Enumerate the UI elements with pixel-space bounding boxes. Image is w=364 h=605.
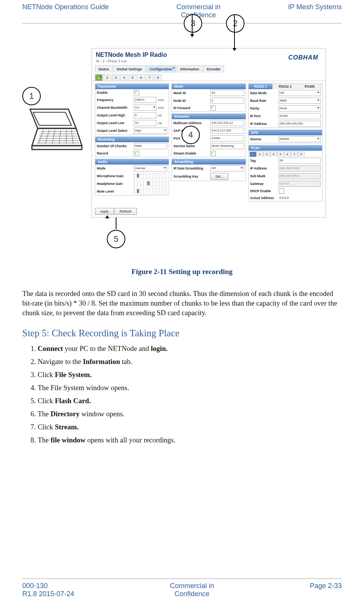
preset-2[interactable]: 2 (103, 74, 111, 81)
vlan-mask-input[interactable]: 255.255.255.0 (279, 173, 321, 179)
tab-global-settings[interactable]: Global Settings (113, 65, 146, 73)
figure-2-11: 1 (22, 31, 342, 218)
arrow-5 (116, 218, 116, 229)
transmitter-panel: Transmitter Enable Frequency2363.5MHz Ch… (95, 83, 169, 135)
sap-input[interactable]: 224.2.127.254 (210, 128, 244, 134)
preset-5[interactable]: 5 (129, 74, 136, 81)
callout-4-wrap: 4 (181, 126, 200, 144)
laptop-callout-block: 1 (22, 31, 87, 157)
transmitter-header: Transmitter (95, 84, 169, 89)
svg-line-11 (71, 130, 73, 144)
svg-line-7 (45, 130, 49, 144)
svg-line-9 (59, 130, 61, 144)
svg-line-6 (38, 130, 43, 144)
step-3: Click File System. (38, 370, 342, 379)
port-input[interactable]: 22284 (210, 135, 244, 141)
vlan-7[interactable]: 7 (291, 151, 298, 157)
callout-5: 5 (107, 230, 125, 248)
apply-button[interactable]: Apply (95, 208, 114, 215)
mute-slider[interactable] (134, 188, 167, 194)
bandwidth-select[interactable]: 3.0 (134, 105, 156, 111)
refresh-button[interactable]: Refresh (115, 208, 137, 215)
tab-configuration[interactable]: Configuration (146, 65, 176, 73)
rs485-tab[interactable]: RS485 (298, 84, 322, 89)
chunks-input[interactable]: 5000 (134, 143, 167, 149)
vlan-5[interactable]: 5 (277, 151, 284, 157)
node-id-input[interactable]: 2 (210, 98, 244, 104)
scrambling-select[interactable]: Off (210, 165, 244, 171)
header-left: NETNode Operations Guide (22, 3, 109, 11)
vlan-2[interactable]: 2 (256, 151, 263, 157)
preset-7[interactable]: 7 (146, 74, 153, 81)
parity-select[interactable]: None (279, 105, 321, 111)
gps-source-select[interactable]: RS485 (279, 136, 321, 142)
preset-3[interactable]: 3 (112, 74, 120, 81)
tab-information[interactable]: Information (177, 65, 203, 73)
scrambling-panel: Scrambling IP Data ScramblingOff Scrambl… (171, 159, 246, 181)
output-low-input[interactable]: 10 (134, 120, 156, 126)
audio-panel: Audio ModeInternal Microphone Gain Headp… (95, 159, 169, 196)
rs232-panel: RS232 1 RS232 2 RS485 Data ModeOff Baud … (248, 83, 322, 128)
vlan-4[interactable]: 4 (270, 151, 277, 157)
preset-1[interactable]: 1 (95, 74, 103, 81)
footer-right: Page 2-33 (310, 582, 342, 590)
baud-rate-select[interactable]: 4800 (279, 98, 321, 104)
vlan-8[interactable]: 8 (298, 151, 305, 157)
hp-gain-slider[interactable] (134, 181, 167, 187)
mic-gain-slider[interactable] (134, 173, 167, 179)
dhcp-checkbox[interactable] (279, 188, 284, 194)
stream-enable-checkbox[interactable] (210, 151, 216, 156)
actual-address: 0.0.0.0 (279, 195, 321, 201)
laptop-icon (22, 105, 84, 155)
step-4: The File System window opens. (38, 383, 342, 392)
frequency-input[interactable]: 2363.5 (134, 97, 156, 103)
gps-header: GPS (249, 130, 322, 135)
vlan-panel: VLan 1 2 3 4 5 6 7 8 Tag20 (248, 145, 322, 202)
step-8: The file window opens with all your reco… (38, 435, 342, 445)
mesh-id-input[interactable]: 39 (210, 90, 244, 96)
vlan-ip-input[interactable]: 192.168.2.246 (279, 165, 321, 171)
output-select[interactable]: High (134, 128, 167, 134)
netnode-config-screenshot: COBHAM NETNode Mesh IP Radio 39 - 2 - Ph… (91, 48, 326, 218)
vlan-6[interactable]: 6 (284, 151, 291, 157)
step-6: The Directory window opens. (38, 409, 342, 419)
scrambling-header: Scrambling (172, 159, 245, 165)
preset-6[interactable]: 6 (137, 74, 145, 81)
callout-4: 4 (181, 126, 200, 144)
step-5-heading: Step 5: Check Recording is Taking Place (22, 328, 342, 339)
preset-8[interactable]: 8 (154, 74, 162, 81)
mesh-header: Mesh (172, 84, 245, 89)
tab-status[interactable]: Status (95, 65, 113, 73)
callout-1: 1 (22, 87, 41, 105)
ip-port-input[interactable]: 42391 (279, 113, 321, 119)
vlan-tag-input[interactable]: 20 (279, 158, 321, 164)
rs232-1-tab[interactable]: RS232 1 (249, 84, 273, 89)
svg-line-8 (52, 130, 55, 144)
data-mode-select[interactable]: Off (279, 90, 321, 96)
callout-2: 2 (226, 14, 244, 33)
vlan-3[interactable]: 3 (263, 151, 270, 157)
tab-encoder[interactable]: Encoder (203, 65, 224, 73)
vlan-1[interactable]: 1 (249, 151, 256, 157)
main-tabs: Status Global Settings Configuration Inf… (92, 65, 326, 73)
mesh-panel: Mesh Mesh ID39 Node ID2 IP Forward (171, 83, 246, 112)
audio-header: Audio (95, 159, 169, 165)
set-key-button[interactable]: Set... (210, 173, 228, 180)
preset-4[interactable]: 4 (120, 74, 128, 81)
streamer-header: Streamer (172, 114, 245, 119)
audio-mode-select[interactable]: Internal (134, 165, 167, 171)
page-footer: 000-130 R1.8 2015-07-24 Commercial in Co… (22, 578, 342, 598)
ip-address-input[interactable]: 255.255.255.255 (279, 121, 321, 127)
figure-caption: Figure 2-11 Setting up recording (22, 268, 342, 276)
arrow-3 (192, 14, 193, 35)
vlan-gw-input[interactable]: 0.0.0.0 (279, 181, 321, 187)
service-name-input[interactable]: Mesh Streaming (210, 143, 244, 149)
callout-3: 3 (184, 14, 202, 33)
output-high-input[interactable]: 0 (134, 112, 156, 118)
record-checkbox[interactable] (134, 151, 139, 156)
rs232-2-tab[interactable]: RS232 2 (273, 84, 298, 89)
step-7: Click Stream. (38, 422, 342, 432)
enable-checkbox[interactable] (134, 90, 139, 95)
ip-forward-checkbox[interactable] (210, 105, 216, 111)
multicast-input[interactable]: 235.222.215.12 (210, 120, 244, 126)
